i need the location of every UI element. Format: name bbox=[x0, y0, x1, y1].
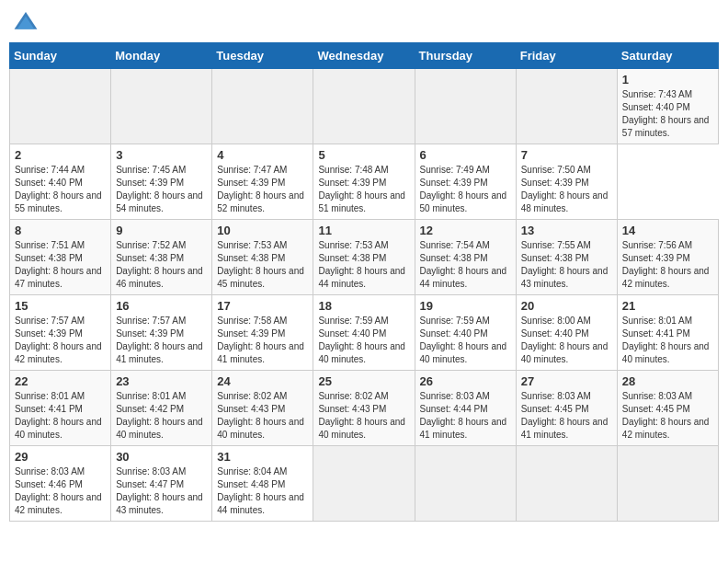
calendar-cell: 30 Sunrise: 8:03 AMSunset: 4:47 PMDaylig… bbox=[111, 446, 212, 522]
calendar-cell: 4 Sunrise: 7:47 AMSunset: 4:39 PMDayligh… bbox=[212, 144, 313, 220]
calendar-cell: 19 Sunrise: 7:59 AMSunset: 4:40 PMDaylig… bbox=[415, 295, 516, 371]
calendar-cell: 2 Sunrise: 7:44 AMSunset: 4:40 PMDayligh… bbox=[10, 144, 111, 220]
calendar-cell: 22 Sunrise: 8:01 AMSunset: 4:41 PMDaylig… bbox=[10, 371, 111, 446]
day-info: Sunrise: 7:45 AMSunset: 4:39 PMDaylight:… bbox=[116, 165, 203, 213]
calendar-cell: 27 Sunrise: 8:03 AMSunset: 4:45 PMDaylig… bbox=[516, 371, 617, 446]
day-number: 3 bbox=[116, 148, 207, 162]
day-number: 27 bbox=[521, 374, 612, 388]
calendar-cell: 5 Sunrise: 7:48 AMSunset: 4:39 PMDayligh… bbox=[313, 144, 415, 220]
calendar-cell: 14 Sunrise: 7:56 AMSunset: 4:39 PMDaylig… bbox=[617, 220, 718, 295]
day-info: Sunrise: 7:55 AMSunset: 4:38 PMDaylight:… bbox=[521, 240, 609, 289]
calendar-cell bbox=[415, 69, 516, 144]
calendar-cell: 31 Sunrise: 8:04 AMSunset: 4:48 PMDaylig… bbox=[212, 446, 313, 522]
day-info: Sunrise: 8:01 AMSunset: 4:41 PMDaylight:… bbox=[15, 391, 102, 440]
day-number: 22 bbox=[15, 374, 106, 388]
day-info: Sunrise: 7:59 AMSunset: 4:40 PMDaylight:… bbox=[420, 316, 507, 364]
logo[interactable] bbox=[13, 9, 42, 35]
day-info: Sunrise: 7:57 AMSunset: 4:39 PMDaylight:… bbox=[116, 316, 203, 364]
day-number: 21 bbox=[622, 299, 713, 313]
day-number: 9 bbox=[116, 224, 207, 237]
day-info: Sunrise: 7:56 AMSunset: 4:39 PMDaylight:… bbox=[622, 240, 710, 289]
day-info: Sunrise: 7:59 AMSunset: 4:40 PMDaylight:… bbox=[318, 316, 405, 364]
day-number: 4 bbox=[217, 148, 308, 162]
calendar-cell: 11 Sunrise: 7:53 AMSunset: 4:38 PMDaylig… bbox=[313, 220, 415, 295]
calendar-cell: 15 Sunrise: 7:57 AMSunset: 4:39 PMDaylig… bbox=[10, 295, 111, 371]
calendar-cell bbox=[111, 69, 212, 144]
day-number: 26 bbox=[420, 374, 511, 388]
calendar-cell: 16 Sunrise: 7:57 AMSunset: 4:39 PMDaylig… bbox=[111, 295, 212, 371]
week-row-6: 29 Sunrise: 8:03 AMSunset: 4:46 PMDaylig… bbox=[10, 446, 719, 522]
calendar-cell: 9 Sunrise: 7:52 AMSunset: 4:38 PMDayligh… bbox=[111, 220, 212, 295]
day-number: 29 bbox=[15, 450, 106, 464]
calendar-cell: 8 Sunrise: 7:51 AMSunset: 4:38 PMDayligh… bbox=[10, 220, 111, 295]
day-number: 28 bbox=[622, 374, 713, 388]
calendar-cell: 10 Sunrise: 7:53 AMSunset: 4:38 PMDaylig… bbox=[212, 220, 313, 295]
calendar-cell: 18 Sunrise: 7:59 AMSunset: 4:40 PMDaylig… bbox=[313, 295, 415, 371]
calendar-cell bbox=[212, 69, 313, 144]
day-number: 30 bbox=[116, 450, 207, 464]
day-number: 18 bbox=[318, 299, 409, 313]
day-info: Sunrise: 8:04 AMSunset: 4:48 PMDaylight:… bbox=[217, 466, 304, 515]
day-info: Sunrise: 7:50 AMSunset: 4:39 PMDaylight:… bbox=[521, 165, 609, 213]
day-info: Sunrise: 7:49 AMSunset: 4:39 PMDaylight:… bbox=[420, 165, 507, 213]
calendar-cell: 24 Sunrise: 8:02 AMSunset: 4:43 PMDaylig… bbox=[212, 371, 313, 446]
calendar-cell: 20 Sunrise: 8:00 AMSunset: 4:40 PMDaylig… bbox=[516, 295, 617, 371]
day-number: 15 bbox=[15, 299, 106, 313]
day-number: 8 bbox=[15, 224, 106, 237]
day-info: Sunrise: 8:02 AMSunset: 4:43 PMDaylight:… bbox=[217, 391, 304, 440]
day-number: 2 bbox=[15, 148, 106, 162]
calendar-cell: 1 Sunrise: 7:43 AMSunset: 4:40 PMDayligh… bbox=[617, 69, 718, 144]
day-info: Sunrise: 7:52 AMSunset: 4:38 PMDaylight:… bbox=[116, 240, 203, 289]
calendar-cell: 28 Sunrise: 8:03 AMSunset: 4:45 PMDaylig… bbox=[617, 371, 718, 446]
calendar-table: SundayMondayTuesdayWednesdayThursdayFrid… bbox=[9, 42, 719, 522]
day-number: 12 bbox=[420, 224, 511, 237]
day-info: Sunrise: 7:48 AMSunset: 4:39 PMDaylight:… bbox=[318, 165, 405, 213]
day-number: 13 bbox=[521, 224, 612, 237]
calendar-cell bbox=[10, 69, 111, 144]
page-header bbox=[9, 9, 719, 35]
day-info: Sunrise: 7:47 AMSunset: 4:39 PMDaylight:… bbox=[217, 165, 304, 213]
day-info: Sunrise: 8:01 AMSunset: 4:41 PMDaylight:… bbox=[622, 316, 710, 364]
day-info: Sunrise: 7:58 AMSunset: 4:39 PMDaylight:… bbox=[217, 316, 304, 364]
day-number: 1 bbox=[622, 73, 713, 86]
calendar-cell: 17 Sunrise: 7:58 AMSunset: 4:39 PMDaylig… bbox=[212, 295, 313, 371]
week-row-4: 15 Sunrise: 7:57 AMSunset: 4:39 PMDaylig… bbox=[10, 295, 719, 371]
day-info: Sunrise: 8:02 AMSunset: 4:43 PMDaylight:… bbox=[318, 391, 405, 440]
day-number: 16 bbox=[116, 299, 207, 313]
day-number: 5 bbox=[318, 148, 409, 162]
day-info: Sunrise: 7:54 AMSunset: 4:38 PMDaylight:… bbox=[420, 240, 507, 289]
week-row-5: 22 Sunrise: 8:01 AMSunset: 4:41 PMDaylig… bbox=[10, 371, 719, 446]
day-info: Sunrise: 8:03 AMSunset: 4:45 PMDaylight:… bbox=[622, 391, 710, 440]
col-header-monday: Monday bbox=[111, 43, 212, 69]
day-number: 6 bbox=[420, 148, 511, 162]
calendar-cell: 21 Sunrise: 8:01 AMSunset: 4:41 PMDaylig… bbox=[617, 295, 718, 371]
col-header-thursday: Thursday bbox=[415, 43, 516, 69]
calendar-cell bbox=[516, 69, 617, 144]
day-info: Sunrise: 8:03 AMSunset: 4:44 PMDaylight:… bbox=[420, 391, 507, 440]
day-info: Sunrise: 7:44 AMSunset: 4:40 PMDaylight:… bbox=[15, 165, 102, 213]
calendar-cell: 6 Sunrise: 7:49 AMSunset: 4:39 PMDayligh… bbox=[415, 144, 516, 220]
day-info: Sunrise: 8:03 AMSunset: 4:45 PMDaylight:… bbox=[521, 391, 609, 440]
day-number: 31 bbox=[217, 450, 308, 464]
day-number: 14 bbox=[622, 224, 713, 237]
day-number: 23 bbox=[116, 374, 207, 388]
week-row-2: 2 Sunrise: 7:44 AMSunset: 4:40 PMDayligh… bbox=[10, 144, 719, 220]
calendar-cell: 29 Sunrise: 8:03 AMSunset: 4:46 PMDaylig… bbox=[10, 446, 111, 522]
day-number: 20 bbox=[521, 299, 612, 313]
calendar-cell bbox=[617, 446, 718, 522]
calendar-cell: 12 Sunrise: 7:54 AMSunset: 4:38 PMDaylig… bbox=[415, 220, 516, 295]
calendar-cell: 7 Sunrise: 7:50 AMSunset: 4:39 PMDayligh… bbox=[516, 144, 617, 220]
day-info: Sunrise: 8:03 AMSunset: 4:46 PMDaylight:… bbox=[15, 466, 102, 515]
day-info: Sunrise: 8:03 AMSunset: 4:47 PMDaylight:… bbox=[116, 466, 203, 515]
week-row-3: 8 Sunrise: 7:51 AMSunset: 4:38 PMDayligh… bbox=[10, 220, 719, 295]
day-number: 25 bbox=[318, 374, 409, 388]
day-info: Sunrise: 7:53 AMSunset: 4:38 PMDaylight:… bbox=[217, 240, 304, 289]
day-number: 17 bbox=[217, 299, 308, 313]
day-number: 7 bbox=[521, 148, 612, 162]
day-info: Sunrise: 7:43 AMSunset: 4:40 PMDaylight:… bbox=[622, 89, 710, 138]
week-row-1: 1 Sunrise: 7:43 AMSunset: 4:40 PMDayligh… bbox=[10, 69, 719, 144]
calendar-cell bbox=[313, 69, 415, 144]
day-info: Sunrise: 7:51 AMSunset: 4:38 PMDaylight:… bbox=[15, 240, 102, 289]
col-header-wednesday: Wednesday bbox=[313, 43, 415, 69]
day-info: Sunrise: 7:53 AMSunset: 4:38 PMDaylight:… bbox=[318, 240, 405, 289]
